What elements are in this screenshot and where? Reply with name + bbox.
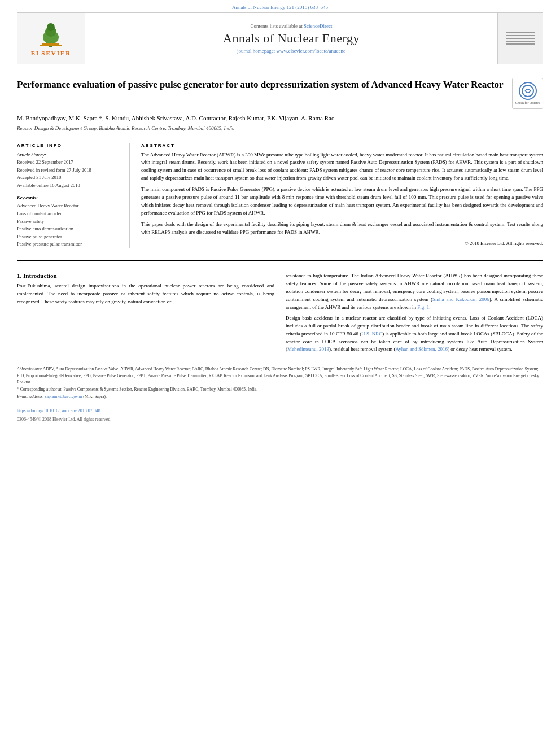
intro-col-right: resistance to high temperature. The Indi… — [286, 272, 543, 356]
abstract-para-1: The Advanced Heavy Water Reactor (AHWR) … — [141, 151, 543, 183]
keywords-block: Keywords: Advanced Heavy Water Reactor L… — [17, 195, 123, 248]
intro-section: 1. Introduction Post-Fukushima, several … — [0, 267, 560, 362]
sciencedirect-link[interactable]: ScienceDirect — [304, 23, 332, 29]
issn-text: 0306-4549/© 2018 Elsevier Ltd. All right… — [17, 417, 111, 422]
article-info-column: ARTICLE INFO Article history: Received 2… — [17, 143, 130, 249]
journal-header-center: Contents lists available at ScienceDirec… — [85, 13, 497, 64]
svg-point-3 — [47, 23, 55, 31]
check-badge-icon — [519, 82, 537, 100]
available-online-date: Available online 16 August 2018 — [17, 182, 123, 190]
accepted-date: Accepted 31 July 2018 — [17, 174, 123, 182]
and-text: and — [347, 296, 354, 302]
intro-para-right-2: Design basis accidents in a nuclear reac… — [286, 314, 543, 354]
ref-usnrc[interactable]: U.S. NRC — [361, 331, 382, 337]
doi-link-section: https://doi.org/10.1016/j.anucene.2018.0… — [17, 407, 100, 413]
svg-point-6 — [522, 85, 533, 97]
keywords-label: Keywords: — [17, 195, 123, 200]
received-revised-date: Received in revised form 27 July 2018 — [17, 167, 123, 174]
intro-text-right: resistance to high temperature. The Indi… — [286, 272, 543, 353]
check-label-text: Check for updates — [515, 101, 540, 105]
article-title: Performance evaluation of passive pulse … — [17, 78, 504, 91]
page: Annals of Nuclear Energy 121 (2018) 638–… — [0, 0, 560, 747]
intro-para-right-1: resistance to high temperature. The Indi… — [286, 272, 543, 312]
keyword-6: Passive pressure pulse transmitter — [17, 241, 123, 248]
svg-rect-5 — [40, 45, 62, 46]
header-right-lines — [506, 30, 535, 46]
svg-rect-4 — [42, 43, 59, 45]
elsevier-tree-icon — [34, 20, 68, 49]
copyright-line: © 2018 Elsevier Ltd. All rights reserved… — [141, 240, 543, 247]
journal-homepage: journal homepage: www.elsevier.com/locat… — [237, 48, 345, 54]
header-right-decoration — [497, 13, 542, 64]
ref-ayhan-sokmen[interactable]: Ayhan and Sökmen, 2016 — [395, 346, 448, 352]
doi-link[interactable]: https://doi.org/10.1016/j.anucene.2018.0… — [17, 408, 100, 413]
article-info-abstract-section: ARTICLE INFO Article history: Received 2… — [17, 143, 543, 249]
intro-col-left: 1. Introduction Post-Fukushima, several … — [17, 272, 274, 356]
elsevier-logo-section: ELSEVIER — [18, 13, 85, 64]
abstract-para-2: The main component of PADS is Passive Pu… — [141, 186, 543, 217]
section-divider — [17, 260, 543, 261]
journal-title: Annals of Nuclear Energy — [223, 31, 360, 46]
intro-para-left-1: Post-Fukushima, several design improvisa… — [17, 282, 274, 306]
authors: M. Bandyopadhyay, M.K. Sapra *, S. Kundu… — [17, 113, 543, 123]
article-info-label: ARTICLE INFO — [17, 143, 123, 148]
received-date: Received 22 September 2017 — [17, 159, 123, 167]
keyword-2: Loss of coolant accident — [17, 210, 123, 218]
affiliation: Reactor Design & Development Group, Bhab… — [17, 125, 543, 137]
history-label: Article history: — [17, 151, 123, 159]
abstract-text: The Advanced Heavy Water Reactor (AHWR) … — [141, 151, 543, 248]
ref-mehedinteanu[interactable]: Mehedinteanu, 2013 — [287, 346, 329, 352]
update-icon — [522, 85, 534, 97]
check-for-updates-badge: Check for updates — [512, 78, 543, 109]
intro-two-col: 1. Introduction Post-Fukushima, several … — [17, 272, 543, 356]
ref-fig1[interactable]: Fig. 1 — [417, 304, 429, 310]
elsevier-text: ELSEVIER — [31, 50, 72, 56]
keyword-5: Passive pulse generator — [17, 233, 123, 241]
sciencedirect-line: Contents lists available at ScienceDirec… — [251, 23, 333, 29]
doi-section: https://doi.org/10.1016/j.anucene.2018.0… — [0, 405, 560, 416]
keyword-3: Passive safety — [17, 218, 123, 226]
abstract-para-3: This paper deals with the design of the … — [141, 221, 543, 237]
footnote-area: Abbreviations: ADPV, Auto Depressurizati… — [17, 362, 543, 404]
article-history-block: Article history: Received 22 September 2… — [17, 151, 123, 190]
main-content: Performance evaluation of passive pulse … — [0, 64, 560, 254]
footnote-abbreviations: Abbreviations: ADPV, Auto Depressurizati… — [17, 366, 543, 400]
intro-text-left: Post-Fukushima, several design improvisa… — [17, 282, 274, 306]
abstract-column: ABSTRACT The Advanced Heavy Water Reacto… — [141, 143, 543, 249]
email-link[interactable]: sapramk@barc.gov.in — [45, 394, 82, 399]
footnote-email: E-mail address: sapramk@barc.gov.in (M.K… — [17, 394, 543, 400]
journal-ref-text: Annals of Nuclear Energy 121 (2018) 638–… — [232, 5, 328, 10]
ref-sinha-kakodkar[interactable]: Sinha and Kakodkar, 2006 — [432, 296, 489, 302]
journal-header: ELSEVIER Contents lists available at Sci… — [17, 12, 543, 64]
keyword-4: Passive auto depressurization — [17, 225, 123, 233]
footnote-corresponding: * Corresponding author at: Passive Compo… — [17, 386, 543, 392]
intro-heading: 1. Introduction — [17, 272, 274, 279]
journal-reference: Annals of Nuclear Energy 121 (2018) 638–… — [0, 0, 560, 12]
issn-section: 0306-4549/© 2018 Elsevier Ltd. All right… — [0, 416, 560, 426]
abstract-label: ABSTRACT — [141, 143, 543, 148]
keyword-1: Advanced Heavy Water Reactor — [17, 202, 123, 210]
elsevier-logo: ELSEVIER — [31, 20, 72, 56]
article-title-section: Performance evaluation of passive pulse … — [17, 73, 543, 109]
